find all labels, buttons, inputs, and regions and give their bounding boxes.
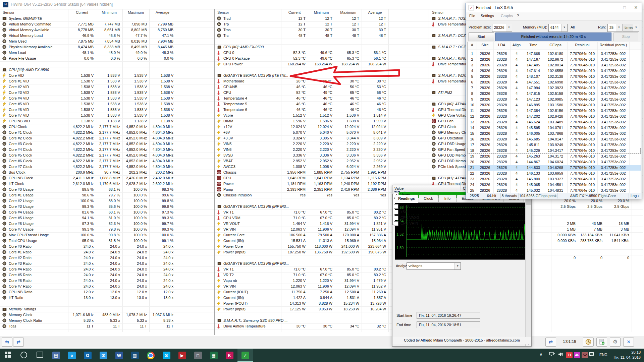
linx-col-2[interactable]: LDA [493,43,510,47]
tray-badge-46[interactable]: 46 [574,352,580,358]
sensor-row[interactable]: Vcore1.512 V1.512 V1.536 V1.514 V [215,113,429,119]
linx-col-3[interactable]: Align [510,43,523,47]
sensor-row[interactable]: Memory Clock Ratio5.33 x5.33 x5.33 x5.33… [0,318,214,324]
menu-graphs[interactable]: Graphs [501,14,513,18]
sensor-row[interactable]: Max CPU/Thread Usage100.0 %90.8 %100.0 %… [0,232,214,238]
sensor-row[interactable]: CPU1,048 RPM1,041 RPM1,134 RPM1,115 RPM [215,175,429,181]
sensor-row[interactable]: Virtual Memory Available8,778 MB8,651 MB… [0,27,214,33]
sensor-row[interactable]: Core #0 Ratio24.0 x24.0 x24.0 x24.0 x [0,244,214,250]
taskbar-app-skype[interactable]: S [159,349,174,362]
linx-result-row[interactable]: 228326283284147.167102.96727.707064e-010… [468,57,641,62]
menu-help[interactable]: ? [517,14,519,18]
value-list-item[interactable]: CPU VAXG [392,215,520,221]
linx-result-row[interactable]: 128326283284147.668102.61807.707064e-010… [468,51,641,57]
linx-col-0[interactable]: # [468,43,477,47]
sensor-section-row[interactable]: System: GIGABYTE [0,16,214,22]
column-header-sensor[interactable]: Sensor [3,10,14,14]
column-header-current[interactable]: Current [281,10,308,14]
tab-clock[interactable]: Clock [419,195,438,202]
sensor-row[interactable]: AVCC31.008 V1.008 V6.024 V2.269 V [215,164,429,170]
sensor-row[interactable]: Chassis1,956 RPM1,885 RPM2,755 RPM1,991 … [215,170,429,176]
minimize-button[interactable]: — [607,3,619,12]
hwinfo-swap-columns-button[interactable]: ⇄ [545,338,556,347]
sensor-row[interactable]: VBAT2.952 V2.952 V2.952 V2.952 V [215,158,429,164]
memory-select[interactable]: 6144▼ [548,24,568,32]
hwinfo-nav-back-button[interactable]: ⇆ [2,338,12,347]
sensor-row[interactable] [0,61,214,67]
sensor-row[interactable]: Core #2 Usage100.0 %83.0 %100.0 %99.8 % [0,198,214,204]
linx-result-row[interactable]: 328326283284147.405102.80147.707064e-010… [468,62,641,68]
linx-result-row[interactable]: 1828326283284145.229104.34177.707064e-01… [468,148,641,154]
sensor-row[interactable]: Core #1 Usage98.6 %79.7 %100.0 %99.6 % [0,192,214,198]
sensor-row[interactable]: 3VSB3.336 V3.336 V3.336 V3.336 V [215,153,429,159]
taskbar-app-excel-app[interactable]: ▦ [206,349,221,362]
sensor-row[interactable]: Core VID1.538 V1.538 V1.538 V1.538 V [0,73,214,79]
linx-result-row[interactable]: 1128326283284147.384102.81567.707064e-01… [468,108,641,114]
sensor-row[interactable]: Temperature 446 °C46 °C46 °C46 °C [215,96,429,102]
taskbar-app-app-pink[interactable]: K [222,349,237,362]
linx-result-row[interactable]: 2028326283284144.867104.60247.707064e-01… [468,159,641,165]
linx-result-row[interactable]: 2128326283284144.833104.62687.707064e-01… [468,165,641,171]
sensor-row[interactable]: Temperature 546 °C46 °C46 °C46 °C [215,101,429,107]
value-list-item[interactable]: +5V [392,209,520,215]
linx-col-7[interactable]: Residual (norm.) [597,43,629,47]
sensor-row[interactable]: Core #4 Clock4,822.2 MHz2,177.7 MHz4,852… [0,147,214,153]
maximize-button[interactable]: □ [619,3,630,12]
close-button[interactable]: ✕ [630,3,642,12]
sensor-row[interactable]: Memory Clock1,071.6 MHz483.9 MHz1,078.2 … [0,312,214,318]
sensor-row[interactable]: Core #5 Usage94.1 %81.0 %100.0 %99.3 % [0,215,214,221]
sensor-row[interactable]: Core #6 VID1.538 V1.538 V1.538 V1.538 V [0,107,214,113]
linx-result-row[interactable]: 1228326283284147.202102.94287.707064e-01… [468,114,641,119]
sensor-row[interactable]: Physical Memory Available8,474 MB8,333 M… [0,44,214,50]
problem-size-select[interactable]: 28326▼ [492,24,512,32]
sensor-row[interactable]: DIMM1.596 V1.596 V1.608 V1.599 V [215,118,429,124]
sensor-section-row[interactable]: GIGABYTE 990FXA-UD3 R5 (ITE IT8... [215,73,429,79]
linx-col-5[interactable]: GFlops [544,43,567,47]
start-button[interactable] [0,349,15,362]
sensor-row[interactable]: CPU NB Clock2,411.1 MHz1,088.8 MHz2,426.… [0,175,214,181]
sensor-row[interactable]: Core #2 VID1.538 V1.538 V1.538 V1.538 V [0,84,214,90]
taskbar-app-app-dark[interactable]: ▥ [127,349,143,362]
column-header-sensor[interactable]: Sensor [217,10,229,14]
linx-result-row[interactable]: 1628326283284145.685104.01477.707064e-01… [468,136,641,142]
sensor-row[interactable]: VIN52.220 V2.220 V2.220 V2.220 V [215,141,429,147]
sensor-row[interactable]: HT Ratio13.0 x13.0 x13.0 x13.0 x [0,295,214,301]
linx-result-row[interactable]: 1328326283284146.624103.34897.707064e-01… [468,119,641,125]
linx-result-row[interactable]: 1928326283284145.263104.31727.707064e-01… [468,154,641,159]
menu-settings[interactable]: Settings [481,14,494,18]
sensor-row[interactable]: CPU/NB46 °C46 °C56 °C53 °C [215,84,429,90]
linx-result-row[interactable]: 928326283284147.123102.99857.707064e-010… [468,97,641,102]
tab-readings[interactable]: Readings [395,195,418,203]
sensor-row[interactable]: Core #1 Clock4,822.2 MHz2,177.7 MHz4,852… [0,130,214,136]
value-list-item[interactable]: CPU VRIN [392,221,520,225]
sensor-row[interactable]: Tras30 T30 T30 T30 T [215,27,429,33]
sensor-row[interactable]: Core #7 Ratio24.0 x24.0 x24.0 x24.0 x [0,284,214,290]
stop-button[interactable]: Stop [613,33,638,41]
column-header-average[interactable]: Average [362,10,388,14]
sensor-row[interactable]: Core #7 Clock4,822.2 MHz2,177.7 MHz4,852… [0,164,214,170]
taskbar-app-edge[interactable]: e [64,349,79,362]
sensor-row[interactable]: Core #7 VID1.538 V1.538 V1.538 V1.538 V [0,113,214,119]
taskbar-app-app-backup[interactable]: ▤ [48,349,64,362]
sensor-row[interactable]: Core #6 Clock4,822.2 MHz2,177.7 MHz4,852… [0,158,214,164]
sensor-row[interactable]: Core #3 Usage99.3 %85.6 %100.0 %99.8 % [0,204,214,210]
sensor-row[interactable]: Core #7 Usage99.3 %79.8 %100.0 %99.3 % [0,227,214,233]
sensor-row[interactable]: Core #3 Clock4,822.2 MHz2,177.7 MHz4,852… [0,141,214,147]
linx-result-row[interactable]: 828326283284147.815102.51587.707064e-010… [468,91,641,97]
run-count-select[interactable]: 25▼ [607,24,622,32]
taskbar-app-chrome[interactable] [143,349,158,362]
linx-result-row[interactable]: 1728326283284145.811103.92497.707064e-01… [468,142,641,148]
sensor-row[interactable]: Core #4 VID1.538 V1.538 V1.538 V1.538 V [0,96,214,102]
taskbar-app-mail[interactable]: ✉ [96,349,111,362]
clock-date[interactable]: 20:18 Пн, 11, 04, 2016 [611,350,641,360]
sensor-row[interactable]: CPU Power168.264 W168.264 W168.264 W168.… [215,61,429,67]
linx-col-6[interactable]: Residual [567,43,597,47]
linx-result-row[interactable]: 1028326283284146.895103.15807.707064e-01… [468,102,641,108]
sensor-row[interactable]: Trcd12 T12 T12 T12 T [215,16,429,22]
sensor-row[interactable]: CPU52 °C49 °C65 °C56 °C [215,90,429,96]
linx-col-1[interactable]: Size [477,43,493,47]
sensor-row[interactable]: Core #6 Ratio24.0 x24.0 x24.0 x24.0 x [0,278,214,284]
sensor-row[interactable]: Core #5 VID1.538 V1.538 V1.538 V1.538 V [0,101,214,107]
linx-result-row[interactable]: 1428326283284145.595104.07917.707064e-01… [468,125,641,131]
sensor-row[interactable]: Virtual Memory Commited7,771 MB7,747 MB7… [0,21,214,27]
